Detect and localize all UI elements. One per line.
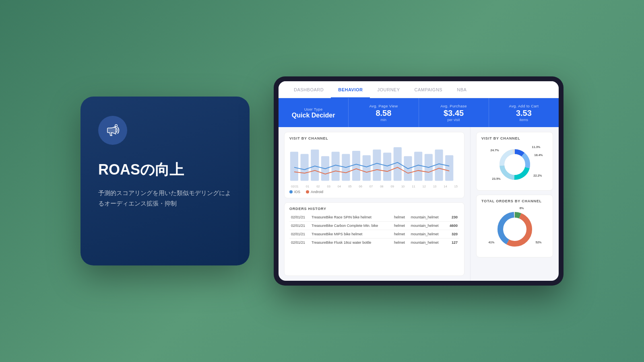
order-date-1: 02/01/21 bbox=[289, 222, 310, 230]
total-orders-donut: TOTAL ORDERS BY CHANNEL bbox=[476, 195, 553, 257]
donut-label-22: 22.2% bbox=[533, 174, 542, 177]
orders-table: 02/01/21 TreasureBike Race SPIN bike hel… bbox=[289, 213, 459, 247]
visit-by-channel-title: VISIT BY CHANNEL bbox=[289, 136, 459, 140]
order-count-3: 127 bbox=[446, 239, 459, 247]
stat-purchase: Avg. Purchase $3.45 per visit bbox=[419, 98, 489, 127]
stat-purchase-sub: per visit bbox=[448, 118, 460, 122]
icon-circle bbox=[98, 116, 127, 145]
donut-label-11: 11.3% bbox=[532, 145, 540, 149]
donut-orders-svg bbox=[493, 207, 537, 251]
chart-canvas bbox=[289, 143, 459, 183]
donut-orders-wrapper: 6% 52% 41% bbox=[493, 207, 537, 251]
svg-rect-16 bbox=[445, 155, 453, 181]
nav-bar: DASHBOARD BEHAVIOR JOURNEY CAMPAIGNS NBA bbox=[279, 81, 559, 98]
chart-legend: iOS Android bbox=[289, 190, 459, 194]
svg-rect-2 bbox=[301, 154, 309, 181]
donut-label-24: 24.7% bbox=[491, 148, 499, 152]
donut-label-6: 6% bbox=[520, 206, 524, 210]
order-cat1-2: helmet bbox=[392, 230, 409, 239]
svg-rect-7 bbox=[352, 151, 360, 181]
total-orders-title: TOTAL ORDERS BY CHANNEL bbox=[481, 199, 542, 203]
stat-purchase-label: Avg. Purchase bbox=[440, 104, 467, 108]
visit-by-channel-donut-title: VISIT BY CHANNEL bbox=[481, 136, 520, 140]
order-row-0: 02/01/21 TreasureBike Race SPIN bike hel… bbox=[289, 213, 459, 222]
donut-label-18: 18.4% bbox=[534, 153, 543, 157]
order-product-1: TreasureBike Carbon Complete Mtn. bike bbox=[310, 222, 392, 230]
megaphone-icon bbox=[105, 123, 120, 138]
order-date-0: 02/01/21 bbox=[289, 213, 310, 222]
stat-page-view-label: Avg. Page View bbox=[369, 104, 398, 108]
stat-add-to-cart: Avg. Add to Cart 3.53 items bbox=[489, 98, 559, 127]
svg-rect-10 bbox=[383, 152, 391, 181]
order-cat2-2: mountain_helmet bbox=[409, 230, 446, 239]
visit-by-channel-chart: VISIT BY CHANNEL bbox=[284, 132, 464, 198]
legend-ios-label: iOS bbox=[294, 190, 300, 194]
order-row-1: 02/01/21 TreasureBike Carbon Complete Mt… bbox=[289, 222, 459, 230]
left-panel: VISIT BY CHANNEL bbox=[279, 127, 470, 281]
stat-add-to-cart-sub: items bbox=[520, 118, 528, 122]
order-cat2-0: mountain_helmet bbox=[409, 213, 446, 222]
legend-ios: iOS bbox=[289, 190, 300, 194]
order-count-1: 4600 bbox=[446, 222, 459, 230]
donut-label-23: 23.5% bbox=[492, 177, 501, 181]
legend-android-dot bbox=[306, 190, 309, 193]
order-cat2-1: mountain_helmet bbox=[409, 222, 446, 230]
legend-android-label: Android bbox=[311, 190, 323, 194]
nav-item-behavior[interactable]: BEHAVIOR bbox=[331, 81, 370, 98]
stat-add-to-cart-label: Avg. Add to Cart bbox=[509, 104, 539, 108]
orders-history-title: ORDERS HISTORY bbox=[289, 207, 459, 211]
stat-page-view: Avg. Page View 8.58 min bbox=[349, 98, 419, 127]
left-card-desc: 予測的スコアリングを用いた類似モデリングによるオーディエンス拡張・抑制 bbox=[98, 188, 232, 208]
scene: ROASの向上 予測的スコアリングを用いた類似モデリングによるオーディエンス拡張… bbox=[80, 76, 564, 286]
stat-page-view-sub: min bbox=[381, 118, 387, 122]
nav-item-dashboard[interactable]: DASHBOARD bbox=[287, 81, 331, 98]
legend-android: Android bbox=[306, 190, 323, 194]
order-count-0: 230 bbox=[446, 213, 459, 222]
tablet-screen: DASHBOARD BEHAVIOR JOURNEY CAMPAIGNS NBA… bbox=[279, 81, 559, 281]
order-row-3: 02/01/21 TreasureBike Flusk 18oz water b… bbox=[289, 239, 459, 247]
donut-label-41: 41% bbox=[489, 241, 495, 244]
x-axis: 02/21 01 02 03 04 05 06 07 08 09 10 11 bbox=[289, 185, 459, 188]
order-product-0: TreasureBike Race SPIN bike helmet bbox=[310, 213, 392, 222]
stat-user-type: User Type Quick Decider bbox=[279, 98, 349, 127]
legend-ios-dot bbox=[289, 190, 293, 193]
main-content: VISIT BY CHANNEL bbox=[279, 127, 559, 281]
nav-item-campaigns[interactable]: CAMPAIGNS bbox=[407, 81, 450, 98]
order-cat1-1: helmet bbox=[392, 222, 409, 230]
left-card: ROASの向上 予測的スコアリングを用いた類似モデリングによるオーディエンス拡張… bbox=[80, 97, 250, 265]
order-cat2-3: mountain_helmet bbox=[409, 239, 446, 247]
stat-purchase-value: $3.45 bbox=[444, 109, 464, 117]
order-row-2: 02/01/21 TreasureBike MIPS bike helmet h… bbox=[289, 230, 459, 239]
order-product-3: TreasureBike Flusk 18oz water bottle bbox=[310, 239, 392, 247]
svg-rect-1 bbox=[290, 152, 298, 181]
nav-item-nba[interactable]: NBA bbox=[450, 81, 474, 98]
visit-by-channel-donut: VISIT BY CHANNEL bbox=[476, 132, 553, 191]
order-date-2: 02/01/21 bbox=[289, 230, 310, 239]
svg-rect-9 bbox=[373, 150, 381, 181]
donut-visit-wrapper: 11.3% 18.4% 22.2% 23.5% 24.7% bbox=[495, 144, 535, 185]
bar-line-chart bbox=[289, 143, 459, 183]
stat-add-to-cart-value: 3.53 bbox=[516, 109, 532, 117]
orders-history-section: ORDERS HISTORY 02/01/21 TreasureBike Rac… bbox=[284, 202, 464, 276]
right-panel: VISIT BY CHANNEL bbox=[470, 127, 559, 281]
stats-row: User Type Quick Decider Avg. Page View 8… bbox=[279, 98, 559, 127]
donut-label-52: 52% bbox=[535, 241, 541, 244]
order-count-2: 320 bbox=[446, 230, 459, 239]
order-cat1-0: helmet bbox=[392, 213, 409, 222]
svg-rect-3 bbox=[311, 150, 319, 181]
svg-rect-8 bbox=[363, 155, 371, 181]
stat-page-view-value: 8.58 bbox=[376, 109, 391, 117]
order-cat1-3: helmet bbox=[392, 239, 409, 247]
order-product-2: TreasureBike MIPS bike helmet bbox=[310, 230, 392, 239]
stat-user-type-value: Quick Decider bbox=[292, 112, 335, 119]
order-date-3: 02/01/21 bbox=[289, 239, 310, 247]
left-card-title: ROASの向上 bbox=[98, 161, 232, 178]
stat-user-type-label: User Type bbox=[304, 107, 323, 111]
nav-item-journey[interactable]: JOURNEY bbox=[370, 81, 407, 98]
right-tablet: DASHBOARD BEHAVIOR JOURNEY CAMPAIGNS NBA… bbox=[274, 76, 564, 286]
